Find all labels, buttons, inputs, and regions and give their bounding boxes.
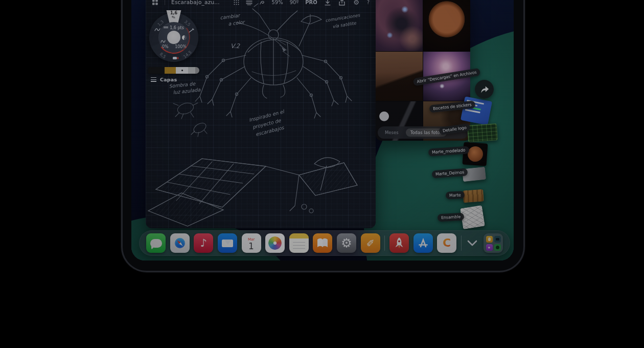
tool-wheel-center[interactable]: 1,6 pts 0% 100% [158, 22, 189, 53]
lasso-icon[interactable] [259, 0, 265, 6]
import-icon[interactable] [324, 0, 332, 6]
photos-app-window: Meses Todas las fotos [376, 0, 470, 141]
rocket-icon [393, 236, 405, 250]
ipad-device: cambiar a color comunicaciones vía satél… [121, 0, 525, 272]
open-book-icon [316, 237, 329, 249]
calendar-app-icon[interactable]: Mar 1 [242, 233, 261, 253]
rocket-app-icon[interactable] [389, 233, 409, 253]
mini-star-icon: ★ [486, 244, 493, 251]
canvas-toolbar: Escarabajo_azu... 59% 90º PRO [146, 0, 376, 7]
swatch-black[interactable] [148, 67, 165, 74]
tool-wheel[interactable]: 1,3 3,5 8,5 14,5 1,6 ✎ [149, 13, 198, 62]
marker-tool-icon[interactable] [172, 56, 179, 61]
dock-divider [384, 235, 385, 251]
envelope-icon [222, 240, 233, 247]
calendar-day: 1 [248, 242, 254, 251]
stroke-size-value: 1,6 pts [158, 26, 189, 30]
export-share-icon[interactable] [338, 0, 346, 6]
settings-gear-icon[interactable]: ⚙ [353, 0, 360, 6]
photo-mars-globe[interactable] [423, 0, 470, 51]
forward-arrow-icon [479, 85, 490, 94]
thumb-mars-3d-render[interactable] [463, 142, 488, 166]
ipad-screen: cambiar a color comunicaciones vía satél… [131, 0, 514, 260]
layers-panel-header[interactable]: Capas [151, 77, 177, 82]
safari-app-icon[interactable] [170, 233, 190, 253]
thumb-blue-sticker-sheet[interactable] [461, 96, 492, 125]
selected-pen-icon: ✎ [171, 15, 176, 20]
annotation-change-color-2: a color [228, 19, 246, 27]
photo-mars-landscape[interactable] [376, 52, 423, 101]
swatch-gold[interactable] [165, 67, 176, 74]
help-button[interactable]: ? [367, 0, 370, 5]
workspace-grid-icon[interactable] [152, 0, 158, 6]
c-app-icon[interactable]: C [437, 233, 456, 253]
swatch-white-selected[interactable] [176, 67, 188, 74]
compass-icon [173, 236, 187, 250]
annotation-change-color-1: cambiar [220, 12, 241, 20]
annotation-satellite-2: vía satélite [332, 20, 357, 29]
toolbar-divider [165, 0, 165, 5]
gear-icon: ⚙ [341, 236, 352, 250]
color-swatch-bar [148, 67, 199, 74]
opacity-min-label: 0% [162, 45, 169, 49]
notes-app-icon[interactable] [289, 233, 309, 253]
layers-menu-icon [151, 77, 156, 82]
rotation-angle[interactable]: 90º [290, 0, 298, 5]
thumb-green-grid-sticker[interactable] [467, 123, 498, 142]
mail-app-icon[interactable] [218, 233, 237, 253]
tab-meses[interactable]: Meses [385, 130, 399, 135]
photos-app-icon[interactable] [265, 233, 285, 253]
drawing-app-window: cambiar a color comunicaciones vía satél… [146, 0, 376, 228]
music-app-icon[interactable]: ♪ [194, 233, 213, 253]
note-lines-icon [293, 242, 305, 249]
sticker-text-line [473, 107, 481, 111]
dock-divider [461, 235, 462, 251]
mini-lightbulb-icon [486, 236, 493, 243]
speech-bubble-icon [150, 239, 162, 248]
layers-lines-icon[interactable] [246, 0, 252, 6]
messages-app-icon[interactable] [146, 233, 166, 253]
pencil-icon: ✐ [366, 237, 375, 249]
flower-icon [268, 236, 282, 250]
scene: cambiar a color comunicaciones vía satél… [0, 0, 644, 348]
settings-app-icon[interactable]: ⚙ [337, 233, 356, 253]
brush-preview-circle[interactable] [167, 31, 180, 44]
stroke-lines-icon [164, 27, 168, 29]
sketch-pen-app-icon[interactable]: ✐ [361, 233, 380, 253]
dots-grid-icon[interactable] [233, 0, 240, 6]
chevron-down-icon[interactable] [466, 236, 479, 250]
mini-green-icon [494, 244, 501, 251]
music-note-icon: ♪ [200, 237, 207, 249]
drag-action-badge[interactable] [475, 80, 494, 99]
thumb-tan-mars-map[interactable] [463, 189, 484, 203]
annotation-version: V.2 [231, 42, 240, 50]
app-store-icon[interactable] [413, 233, 433, 253]
pro-button[interactable]: PRO [305, 0, 317, 5]
mini-camera-icon [494, 236, 501, 243]
toolbar-right-group: 59% 90º PRO ⚙ ? [271, 0, 370, 6]
dock: ♪ Mar 1 ⚙ ✐ [139, 230, 510, 256]
app-library-icon[interactable]: ★ [484, 233, 503, 253]
opacity-max-label: 100% [175, 45, 187, 49]
zoom-level[interactable]: 59% [271, 0, 283, 5]
c-letter-icon: C [443, 237, 451, 249]
swatch-lightgray[interactable] [188, 67, 195, 74]
document-title[interactable]: Escarabajo_azu... [171, 0, 220, 5]
drag-label[interactable]: Marte [446, 191, 465, 199]
smoothing-icon [160, 36, 166, 40]
opacity-icon [182, 35, 187, 40]
appstore-a-icon [417, 237, 429, 249]
drag-label[interactable]: Ensamble [438, 213, 465, 222]
books-app-icon[interactable] [313, 233, 332, 253]
photo-horsehead-nebula[interactable] [376, 0, 423, 51]
layers-panel-title: Capas [160, 77, 177, 82]
